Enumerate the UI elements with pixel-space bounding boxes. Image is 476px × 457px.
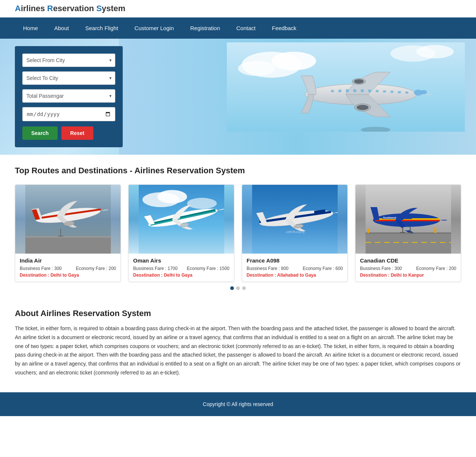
canadian-economy-fare: Economy Fare : 200 — [416, 266, 456, 271]
footer-copyright: Copyright © All rights reserved — [203, 401, 273, 407]
oman-airs-fares: Bussiness Fare : 1700 Economy Fare : 150… — [133, 266, 229, 271]
routes-section: Top Routes and Destinations - Airlines R… — [0, 155, 476, 301]
nav-feedback[interactable]: Feedback — [264, 17, 305, 39]
france-business-fare: Bussiness Fare : 800 — [247, 266, 289, 271]
svg-point-36 — [187, 198, 217, 209]
nav-registration[interactable]: Registration — [182, 17, 228, 39]
svg-rect-27 — [25, 236, 111, 238]
svg-rect-26 — [25, 237, 111, 254]
carousel-dot-3[interactable] — [242, 286, 246, 290]
to-city-select[interactable]: Select To City Gaya Kanpur Allahabad — [22, 71, 115, 85]
india-air-name: India Air — [20, 257, 116, 264]
svg-rect-17 — [390, 91, 393, 93]
svg-rect-18 — [398, 91, 401, 93]
routes-grid: India Air Bussiness Fare : 300 Economy F… — [15, 184, 461, 282]
search-button[interactable]: Search — [22, 126, 58, 140]
nav-about[interactable]: About — [46, 17, 77, 39]
india-air-business-fare: Bussiness Fare : 300 — [20, 266, 62, 271]
india-air-economy-fare: Economy Fare : 200 — [76, 266, 116, 271]
oman-airs-image — [129, 185, 234, 254]
search-form: Select From City Delhi Mumbai Bangalore … — [15, 46, 123, 147]
form-buttons: Search Reset — [22, 126, 115, 140]
svg-rect-10 — [338, 90, 341, 92]
svg-rect-16 — [383, 90, 386, 93]
oman-airs-business-fare: Bussiness Fare : 1700 — [133, 266, 177, 271]
svg-point-5 — [416, 45, 454, 58]
route-card-canadian: Southwest Canadian CDE — [355, 184, 461, 282]
svg-point-35 — [157, 190, 187, 203]
route-card-india-air: India Air Bussiness Fare : 300 Economy F… — [15, 184, 121, 282]
routes-heading: Top Routes and Destinations - Airlines R… — [15, 166, 461, 176]
india-air-fares: Bussiness Fare : 300 Economy Fare : 200 — [20, 266, 116, 271]
canadian-image: Southwest — [356, 185, 461, 254]
nav-search-flight[interactable]: Search Flight — [77, 17, 126, 39]
svg-rect-48 — [366, 233, 451, 254]
svg-point-8 — [421, 90, 427, 94]
hero-section: Select From City Delhi Mumbai Bangalore … — [0, 39, 476, 155]
france-economy-fare: Economy Fare : 600 — [303, 266, 343, 271]
svg-point-3 — [238, 61, 275, 76]
nav-contact[interactable]: Contact — [228, 17, 264, 39]
carousel-dot-2[interactable] — [236, 286, 240, 290]
oman-airs-economy-fare: Economy Fare : 1500 — [187, 266, 229, 271]
title-letter-a: A — [15, 4, 21, 13]
about-text: The ticket, in either form, is required … — [15, 324, 461, 377]
date-input[interactable] — [22, 107, 115, 121]
svg-point-2 — [271, 52, 316, 70]
from-city-wrapper: Select From City Delhi Mumbai Bangalore … — [22, 54, 115, 67]
svg-text:Southwest: Southwest — [383, 216, 396, 219]
oman-airs-body: Oman Airs Bussiness Fare : 1700 Economy … — [129, 254, 234, 281]
carousel-dots — [15, 282, 461, 290]
france-body: France A098 Bussiness Fare : 800 Economy… — [242, 254, 347, 281]
canadian-name: Canadian CDE — [360, 257, 456, 264]
passengers-select[interactable]: Total Passengar 1 2 3 4 — [22, 89, 115, 103]
svg-rect-14 — [368, 90, 371, 92]
svg-rect-13 — [361, 89, 364, 92]
svg-rect-9 — [331, 90, 334, 92]
reset-button[interactable]: Reset — [61, 126, 93, 140]
to-city-wrapper: Select To City Gaya Kanpur Allahabad ▾ — [22, 71, 115, 85]
nav-home[interactable]: Home — [15, 17, 46, 39]
svg-rect-53 — [375, 220, 440, 221]
svg-rect-11 — [346, 89, 349, 92]
svg-point-21 — [357, 105, 369, 110]
france-destination: Desstination : Allahabad to Gaya — [247, 273, 343, 278]
svg-rect-62 — [434, 228, 436, 233]
title-letter-s: S — [96, 4, 102, 13]
svg-text:AIRFRANCE: AIRFRANCE — [286, 230, 305, 234]
canadian-body: Canadian CDE Bussiness Fare : 300 Econom… — [356, 254, 461, 281]
oman-airs-destination: Desstination : Delhi to Gaya — [133, 273, 229, 278]
site-title: Airlines Reservation System — [15, 4, 461, 13]
canadian-business-fare: Bussiness Fare : 300 — [360, 266, 402, 271]
svg-rect-15 — [376, 90, 379, 92]
main-nav: Home About Search Flight Customer Login … — [0, 17, 476, 39]
about-heading: About Airlines Reservation System — [15, 309, 461, 318]
nav-customer-login[interactable]: Customer Login — [126, 17, 182, 39]
route-card-oman-airs: Oman Airs Bussiness Fare : 1700 Economy … — [128, 184, 234, 282]
oman-airs-name: Oman Airs — [133, 257, 229, 264]
passengers-wrapper: Total Passengar 1 2 3 4 ▾ — [22, 89, 115, 103]
france-name: France A098 — [247, 257, 343, 264]
france-fares: Bussiness Fare : 800 Economy Fare : 600 — [247, 266, 343, 271]
svg-rect-61 — [367, 229, 369, 233]
title-letter-r: R — [47, 4, 53, 13]
about-section: About Airlines Reservation System The ti… — [0, 301, 476, 392]
footer: Copyright © All rights reserved — [0, 392, 476, 416]
svg-point-23 — [354, 79, 364, 84]
hero-airplane — [227, 42, 465, 132]
svg-rect-19 — [405, 91, 408, 94]
route-card-france: AIRFRANCE France A098 Bussiness Fare : 8… — [242, 184, 348, 282]
site-header: Airlines Reservation System — [0, 0, 476, 17]
carousel-dot-1[interactable] — [230, 286, 234, 290]
india-air-destination: Desstination : Delhi to Gaya — [20, 273, 116, 278]
india-air-body: India Air Bussiness Fare : 300 Economy F… — [15, 254, 120, 281]
svg-rect-12 — [353, 89, 356, 92]
canadian-destination: Desstination : Delhi to Kanpur — [360, 273, 456, 278]
from-city-select[interactable]: Select From City Delhi Mumbai Bangalore — [22, 54, 115, 67]
france-image: AIRFRANCE — [242, 185, 347, 254]
canadian-fares: Bussiness Fare : 300 Economy Fare : 200 — [360, 266, 456, 271]
india-air-image — [15, 185, 120, 254]
